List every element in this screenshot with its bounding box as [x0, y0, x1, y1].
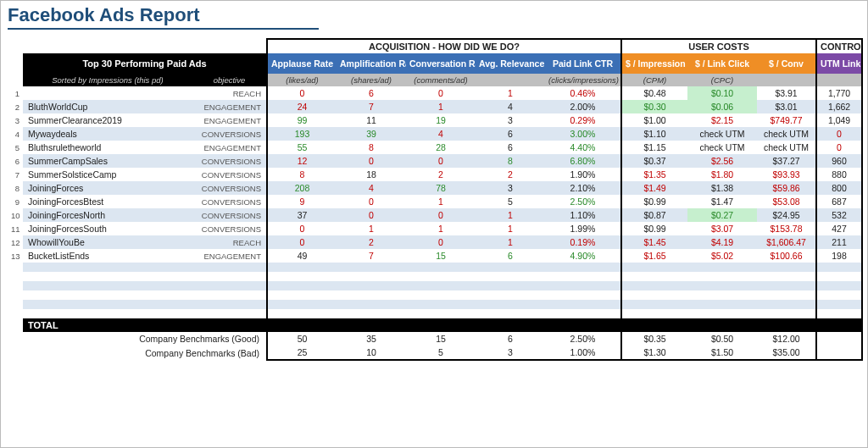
aq-cell[interactable]: 4	[476, 100, 545, 113]
aq-cell[interactable]: 2	[406, 168, 476, 181]
uc-cell[interactable]: $59.86	[757, 181, 816, 195]
table-row[interactable]: 11JoiningForcesSouthCONVERSIONS01111.99%…	[8, 222, 862, 235]
aq-cell[interactable]: 5	[476, 195, 545, 208]
aq-cell[interactable]: 4	[337, 181, 406, 195]
uc-cell[interactable]: $1.65	[621, 249, 687, 263]
aq-cell[interactable]: 1	[476, 208, 545, 222]
table-row[interactable]: 10JoiningForcesNorthCONVERSIONS370011.10…	[8, 208, 862, 222]
aq-cell[interactable]: 0	[267, 86, 337, 100]
aq-cell[interactable]: 0.19%	[545, 235, 621, 249]
uc-cell[interactable]: $1.47	[687, 195, 757, 208]
ctl-cell[interactable]: 0	[816, 141, 862, 154]
col-cost-impression[interactable]: $ / Impression	[621, 53, 687, 74]
ad-name[interactable]: SummerSolsticeCamp	[23, 168, 192, 181]
uc-cell[interactable]: $1,606.47	[757, 235, 816, 249]
table-row[interactable]: 8JoiningForcesCONVERSIONS20847832.10%$1.…	[8, 181, 862, 195]
ctl-cell[interactable]: 0	[816, 127, 862, 141]
ctl-cell[interactable]: 960	[816, 154, 862, 168]
aq-cell[interactable]: 0.46%	[545, 86, 621, 100]
aq-cell[interactable]: 6	[337, 86, 406, 100]
uc-cell[interactable]: $1.49	[621, 181, 687, 195]
aq-cell[interactable]: 8	[337, 141, 406, 154]
table-row[interactable]: 9JoiningForcesBtestCONVERSIONS90152.50%$…	[8, 195, 862, 208]
ctl-cell[interactable]: 1,770	[816, 86, 862, 100]
aq-cell[interactable]: 3	[476, 113, 545, 127]
table-row[interactable]: 5BluthsruletheworldENGAGEMENT5582864.40%…	[8, 141, 862, 154]
table-row[interactable]: 1REACH06010.46%$0.48$0.10$3.911,770	[8, 86, 862, 100]
aq-cell[interactable]: 0	[267, 222, 337, 235]
aq-cell[interactable]: 0	[337, 154, 406, 168]
aq-cell[interactable]: 37	[267, 208, 337, 222]
aq-cell[interactable]: 0	[337, 195, 406, 208]
aq-cell[interactable]: 2.50%	[545, 195, 621, 208]
uc-cell[interactable]: $0.99	[621, 195, 687, 208]
uc-cell[interactable]: $2.56	[687, 154, 757, 168]
uc-cell[interactable]: $1.38	[687, 181, 757, 195]
ad-name[interactable]: JoiningForces	[23, 181, 192, 195]
uc-cell[interactable]: $1.35	[621, 168, 687, 181]
aq-cell[interactable]: 55	[267, 141, 337, 154]
aq-cell[interactable]: 12	[267, 154, 337, 168]
uc-cell[interactable]: $4.19	[687, 235, 757, 249]
aq-cell[interactable]: 4.90%	[545, 249, 621, 263]
table-row[interactable]: 12WhowillYouBeREACH02010.19%$1.45$4.19$1…	[8, 235, 862, 249]
uc-cell[interactable]: check UTM	[687, 141, 757, 154]
ctl-cell[interactable]: 880	[816, 168, 862, 181]
col-conversation[interactable]: Conversation Rate	[406, 53, 476, 74]
table-row[interactable]: 6SummerCampSalesCONVERSIONS120086.80%$0.…	[8, 154, 862, 168]
uc-cell[interactable]: $749.77	[757, 113, 816, 127]
uc-cell[interactable]: $24.95	[757, 208, 816, 222]
aq-cell[interactable]: 19	[406, 113, 476, 127]
uc-cell[interactable]: $0.37	[621, 154, 687, 168]
uc-cell[interactable]: $53.08	[757, 195, 816, 208]
ctl-cell[interactable]: 532	[816, 208, 862, 222]
aq-cell[interactable]: 2	[337, 235, 406, 249]
col-utm-clicks[interactable]: UTM Link Clicks	[816, 53, 862, 74]
uc-cell[interactable]: check UTM	[757, 141, 816, 154]
table-row[interactable]: 4MywaydealsCONVERSIONS19339463.00%$1.10c…	[8, 127, 862, 141]
table-row[interactable]: 13BucketListEndsENGAGEMENT4971564.90%$1.…	[8, 249, 862, 263]
uc-cell[interactable]: $0.87	[621, 208, 687, 222]
uc-cell[interactable]: $2.15	[687, 113, 757, 127]
aq-cell[interactable]: 6	[476, 127, 545, 141]
ad-name[interactable]: Bluthsruletheworld	[23, 141, 192, 154]
ctl-cell[interactable]: 800	[816, 181, 862, 195]
aq-cell[interactable]: 208	[267, 181, 337, 195]
ctl-cell[interactable]: 198	[816, 249, 862, 263]
ctl-cell[interactable]: 1,662	[816, 100, 862, 113]
aq-cell[interactable]: 6	[476, 141, 545, 154]
aq-cell[interactable]: 0	[406, 154, 476, 168]
table-row[interactable]: 7SummerSolsticeCampCONVERSIONS818221.90%…	[8, 168, 862, 181]
uc-cell[interactable]: $3.01	[757, 100, 816, 113]
col-applause[interactable]: Applause Rate	[267, 53, 337, 74]
aq-cell[interactable]: 0	[406, 86, 476, 100]
uc-cell[interactable]: $1.80	[687, 168, 757, 181]
aq-cell[interactable]: 1	[406, 222, 476, 235]
ad-name[interactable]: JoiningForcesBtest	[23, 195, 192, 208]
aq-cell[interactable]: 8	[267, 168, 337, 181]
uc-cell[interactable]: $153.78	[757, 222, 816, 235]
uc-cell[interactable]: $93.93	[757, 168, 816, 181]
aq-cell[interactable]: 24	[267, 100, 337, 113]
aq-cell[interactable]: 0	[337, 208, 406, 222]
uc-cell[interactable]: $0.27	[687, 208, 757, 222]
uc-cell[interactable]: check UTM	[687, 127, 757, 141]
ctl-cell[interactable]: 427	[816, 222, 862, 235]
aq-cell[interactable]: 8	[476, 154, 545, 168]
uc-cell[interactable]: $3.91	[757, 86, 816, 100]
aq-cell[interactable]: 0	[406, 235, 476, 249]
aq-cell[interactable]: 0.29%	[545, 113, 621, 127]
aq-cell[interactable]: 1.99%	[545, 222, 621, 235]
aq-cell[interactable]: 1	[406, 100, 476, 113]
uc-cell[interactable]: $0.30	[621, 100, 687, 113]
aq-cell[interactable]: 3.00%	[545, 127, 621, 141]
ad-name[interactable]: BucketListEnds	[23, 249, 192, 263]
aq-cell[interactable]: 1	[476, 86, 545, 100]
ad-name[interactable]	[23, 86, 192, 100]
uc-cell[interactable]: $1.10	[621, 127, 687, 141]
uc-cell[interactable]: $1.00	[621, 113, 687, 127]
aq-cell[interactable]: 6.80%	[545, 154, 621, 168]
aq-cell[interactable]: 6	[476, 249, 545, 263]
ctl-cell[interactable]: 1,049	[816, 113, 862, 127]
aq-cell[interactable]: 1	[337, 222, 406, 235]
